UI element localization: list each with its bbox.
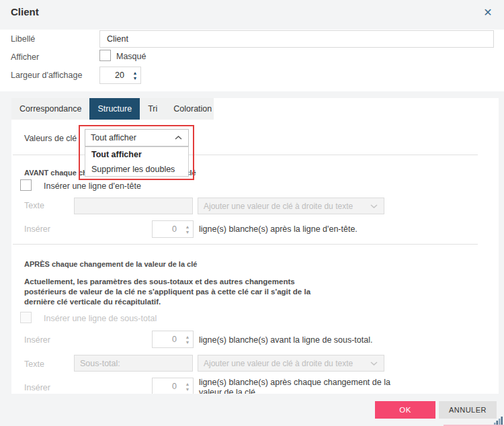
resize-grip-icon[interactable] xyxy=(494,416,503,425)
insert-subtotal-line-label: Insérer une ligne de sous-total xyxy=(44,314,157,323)
subtotal-before-value: 0 xyxy=(153,331,182,347)
tab-tri[interactable]: Tri xyxy=(140,98,165,120)
dropdown-option-tout-afficher[interactable]: Tout afficher xyxy=(85,147,188,162)
masque-checkbox-label: Masqué xyxy=(116,52,146,61)
subtotal-append-key-dropdown: Ajouter une valeur de clé à droite du te… xyxy=(198,355,384,372)
dialog-header-form: Libellé Afficher Masqué Largeur d'affich… xyxy=(0,30,504,91)
largeur-spinner-value: 20 xyxy=(100,67,130,83)
masque-checkbox[interactable] xyxy=(99,50,111,61)
dropdown-option-supprimer-doubles[interactable]: Supprimer les doubles xyxy=(85,162,188,177)
inserer-label: Insérer xyxy=(24,224,50,234)
header-blank-lines-spinner: 0 ▲ ▼ xyxy=(152,220,194,238)
header-after-text: ligne(s) blanche(s) après la ligne d'en-… xyxy=(199,224,358,235)
subtotal-after-spinner: 0 ▲ ▼ xyxy=(152,378,194,394)
chevron-down-icon xyxy=(370,361,378,366)
subtotal-texte-input xyxy=(74,355,193,372)
largeur-spinner[interactable]: 20 ▲ ▼ xyxy=(99,67,141,84)
cancel-button[interactable]: ANNULER xyxy=(439,401,497,419)
header-blank-lines-value: 0 xyxy=(153,221,182,237)
largeur-label: Largeur d'affichage xyxy=(11,71,82,80)
inserer-label: Insérer xyxy=(24,383,50,392)
close-icon[interactable]: ✕ xyxy=(480,4,496,20)
chevron-down-icon xyxy=(370,204,378,208)
insert-subtotal-line-checkbox xyxy=(20,312,32,323)
structure-tab-panel: Correspondance Structure Tri Coloration … xyxy=(11,98,499,394)
key-values-dropdown-list: Tout afficher Supprimer les doubles xyxy=(85,146,189,177)
dialog-title: Client xyxy=(11,6,39,17)
subtotal-after-value: 0 xyxy=(153,378,182,394)
spinner-up-icon: ▲ xyxy=(185,335,190,339)
header-texte-input xyxy=(74,198,193,214)
texte-label: Texte xyxy=(24,359,44,369)
tab-correspondance[interactable]: Correspondance xyxy=(11,98,89,120)
subtotal-after-text: ligne(s) blanche(s) après chaque changem… xyxy=(199,378,401,394)
insert-header-line-label: Insérer une ligne d'en-tête xyxy=(44,181,141,191)
divider xyxy=(13,244,478,245)
spinner-down-icon: ▼ xyxy=(185,387,190,392)
spinner-up-icon: ▲ xyxy=(185,382,190,386)
spinner-down-icon: ▼ xyxy=(185,340,190,345)
subtotal-before-spinner: 0 ▲ ▼ xyxy=(152,331,194,348)
header-append-key-dropdown: Ajouter une valeur de clé à droite du te… xyxy=(198,198,384,214)
key-values-select[interactable]: Tout afficher xyxy=(85,129,189,146)
tab-strip: Correspondance Structure Tri Coloration xyxy=(11,98,214,120)
tab-structure[interactable]: Structure xyxy=(89,98,140,120)
tab-coloration[interactable]: Coloration xyxy=(165,98,220,120)
subtotal-append-key-value: Ajouter une valeur de clé à droite du te… xyxy=(198,359,368,368)
divider xyxy=(13,155,478,155)
chevron-up-icon xyxy=(175,136,182,140)
libelle-label: Libellé xyxy=(11,34,35,44)
apres-section-heading: APRÈS chaque changement de la valeur de … xyxy=(24,260,197,268)
ok-button[interactable]: OK xyxy=(375,401,435,419)
spinner-down-icon[interactable]: ▼ xyxy=(133,76,138,81)
inserer-label: Insérer xyxy=(24,335,50,345)
libelle-input[interactable] xyxy=(99,30,494,48)
key-values-selected-value: Tout afficher xyxy=(85,133,172,142)
header-append-key-value: Ajouter une valeur de clé à droite du te… xyxy=(198,202,368,211)
insert-header-line-checkbox[interactable] xyxy=(20,179,32,191)
spinner-down-icon: ▼ xyxy=(185,230,190,235)
spinner-up-icon[interactable]: ▲ xyxy=(133,71,138,75)
texte-label: Texte xyxy=(24,201,44,210)
afficher-label: Afficher xyxy=(11,52,39,62)
subtotal-notice-text: Actuellement, les paramètres des sous-to… xyxy=(24,277,340,307)
key-values-label: Valeurs de clé xyxy=(24,134,77,143)
subtotal-before-text: ligne(s) blanche(s) avant la ligne de so… xyxy=(199,335,372,345)
spinner-up-icon: ▲ xyxy=(185,224,190,229)
